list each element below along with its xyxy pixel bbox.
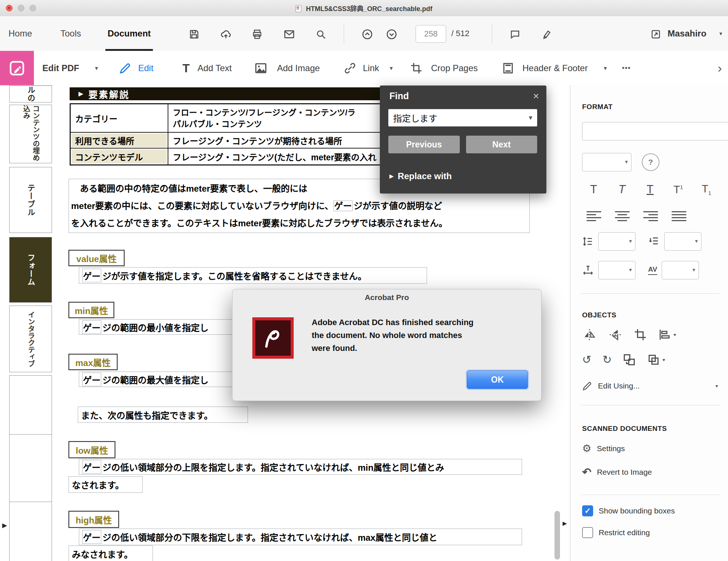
crop-icon[interactable] xyxy=(410,62,423,75)
toolbar-expand-chevron[interactable]: › xyxy=(718,51,722,85)
navigation-pane-toggle-arrow[interactable]: ▶ xyxy=(2,522,7,529)
edit-button[interactable]: Edit xyxy=(138,51,153,85)
sidebar-tab-empty xyxy=(9,502,52,561)
align-left-button[interactable] xyxy=(582,207,605,225)
revert-to-image-row[interactable]: ↶ Revert to Image xyxy=(582,466,718,478)
share-button[interactable] xyxy=(220,28,232,41)
ok-button[interactable]: OK xyxy=(467,370,528,389)
find-input-caret-icon[interactable]: ▼ xyxy=(528,115,533,121)
underline-button[interactable]: T xyxy=(638,180,662,199)
arrange-button[interactable]: ▾ xyxy=(647,353,665,366)
align-objects-button[interactable]: ▾ xyxy=(658,328,676,341)
table-row-category-label: カテゴリー xyxy=(70,104,168,132)
vertical-scrollbar-thumb[interactable] xyxy=(554,511,560,560)
align-justify-button[interactable] xyxy=(667,207,690,225)
email-button[interactable] xyxy=(283,28,295,41)
flip-horizontal-button[interactable] xyxy=(582,327,597,342)
edit-using-caret-icon[interactable]: ▾ xyxy=(715,383,718,389)
edit-pdf-label[interactable]: Edit PDF xyxy=(42,51,79,85)
flip-vertical-button[interactable] xyxy=(608,327,623,342)
search-button[interactable] xyxy=(315,28,327,41)
replace-image-button[interactable] xyxy=(623,353,636,366)
help-button[interactable]: ? xyxy=(642,153,659,171)
show-bounding-checkbox[interactable]: ✓ xyxy=(582,505,593,516)
print-button[interactable] xyxy=(251,28,263,41)
format-heading: FORMAT xyxy=(582,103,718,111)
user-menu-caret-icon[interactable]: ▼ xyxy=(718,16,723,51)
low-attr-text-line2: なされます。 xyxy=(69,476,143,493)
italic-button[interactable]: T xyxy=(610,180,634,199)
subscript-button[interactable]: T1 xyxy=(695,180,718,199)
rotate-left-button[interactable]: ↺ xyxy=(582,354,591,365)
paragraph-spacing-select[interactable]: ▾ xyxy=(664,232,701,251)
sidebar-tab-embedding[interactable]: コンテンツの埋め込み xyxy=(9,105,52,163)
add-image-button[interactable]: Add Image xyxy=(277,51,320,85)
more-tools-button[interactable]: ••• xyxy=(622,51,631,85)
find-close-icon[interactable]: × xyxy=(533,91,539,101)
value-attr-text: ゲージが示す値を指定します。この属性を省略することはできません。 xyxy=(79,267,427,284)
kerning-select[interactable]: ▾ xyxy=(662,261,699,279)
edit-pdf-caret-icon[interactable]: ▼ xyxy=(94,51,99,85)
section-header-label: 要素解説 xyxy=(88,87,130,101)
align-center-button[interactable] xyxy=(610,207,634,225)
line-spacing-select[interactable]: ▾ xyxy=(598,232,636,251)
show-bounding-boxes-row[interactable]: ✓ Show bounding boxes xyxy=(582,505,718,516)
settings-row[interactable]: ⚙ Settings xyxy=(582,442,718,454)
header-footer-icon[interactable] xyxy=(501,62,515,75)
add-text-button[interactable]: Add Text xyxy=(197,51,232,85)
align-justify-icon xyxy=(672,211,686,221)
window-title: HTML5&CSS3辞典_ORC_searchable.pdf xyxy=(306,5,432,13)
comment-button[interactable] xyxy=(509,28,521,41)
window-title-wrap: HTML5&CSS3辞典_ORC_searchable.pdf xyxy=(0,3,728,13)
tab-home[interactable]: Home xyxy=(8,16,32,51)
header-footer-caret-icon[interactable]: ▼ xyxy=(603,51,608,85)
tab-document[interactable]: Document xyxy=(108,16,151,51)
tab-tools[interactable]: Tools xyxy=(60,16,81,51)
find-next-button[interactable]: Next xyxy=(466,136,538,153)
find-search-input[interactable] xyxy=(388,109,526,126)
next-view-button[interactable] xyxy=(385,28,398,41)
rotate-right-button[interactable]: ↻ xyxy=(602,354,612,365)
dialog-message: Adobe Acrobat DC has finished searching … xyxy=(312,316,473,355)
sidebar-tab-form[interactable]: フォーム xyxy=(9,237,52,303)
sidebar-tab-interactive[interactable]: インタラクティブ xyxy=(9,306,52,372)
restrict-editing-row[interactable]: Restrict editing xyxy=(582,527,718,538)
edit-using-label: Edit Using... xyxy=(598,381,640,390)
restrict-editing-checkbox[interactable] xyxy=(582,527,593,538)
crop-pages-button[interactable]: Crop Pages xyxy=(431,51,478,85)
highlight-button[interactable] xyxy=(541,28,553,41)
align-left-icon xyxy=(587,211,601,221)
edit-using-row[interactable]: Edit Using... ▾ xyxy=(582,381,718,391)
replace-triangle-icon: ▶ xyxy=(389,173,394,180)
previous-view-button[interactable] xyxy=(361,28,374,41)
bold-button[interactable]: T xyxy=(582,180,605,199)
sidebar-tab-partial[interactable]: ルの xyxy=(9,86,52,102)
edit-pdf-tool-tile[interactable] xyxy=(0,51,34,85)
find-previous-button[interactable]: Previous xyxy=(388,136,460,153)
acrobat-window: HTML5&CSS3辞典_ORC_searchable.pdf Home Too… xyxy=(0,0,728,561)
edit-pencil-icon[interactable] xyxy=(119,62,132,75)
sidebar-tab-table[interactable]: テーブル xyxy=(9,167,52,233)
settings-label: Settings xyxy=(597,444,625,453)
add-text-icon[interactable]: T xyxy=(179,62,193,75)
arrow-up-circle-icon xyxy=(361,28,373,40)
link-caret-icon[interactable]: ▼ xyxy=(389,51,394,85)
add-image-icon[interactable] xyxy=(254,62,267,75)
arrow-down-circle-icon xyxy=(386,28,398,40)
link-icon[interactable] xyxy=(343,62,357,75)
superscript-button[interactable]: T1 xyxy=(667,180,690,199)
font-family-select[interactable]: ▾ xyxy=(582,122,728,140)
replace-with-toggle[interactable]: ▶ Replace with xyxy=(389,171,452,181)
link-button[interactable]: Link xyxy=(363,51,379,85)
envelope-icon xyxy=(283,28,295,40)
save-button[interactable] xyxy=(188,28,200,41)
fill-sign-device-icon[interactable] xyxy=(650,28,662,41)
crop-object-button[interactable] xyxy=(634,328,647,341)
horizontal-scale-select[interactable]: ▾ xyxy=(598,261,636,279)
align-right-button[interactable] xyxy=(639,207,662,225)
scroll-right-arrow[interactable]: ▶ xyxy=(563,520,567,527)
font-size-select[interactable]: ▾ xyxy=(582,153,631,171)
header-footer-button[interactable]: Header & Footer xyxy=(522,51,588,85)
page-number-input[interactable] xyxy=(416,25,446,43)
user-name-label[interactable]: Masahiro xyxy=(668,16,706,51)
